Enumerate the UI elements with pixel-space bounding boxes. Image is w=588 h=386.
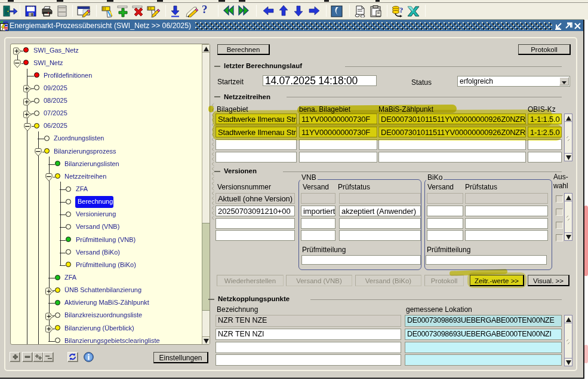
svg-text:?: ?	[399, 5, 404, 14]
